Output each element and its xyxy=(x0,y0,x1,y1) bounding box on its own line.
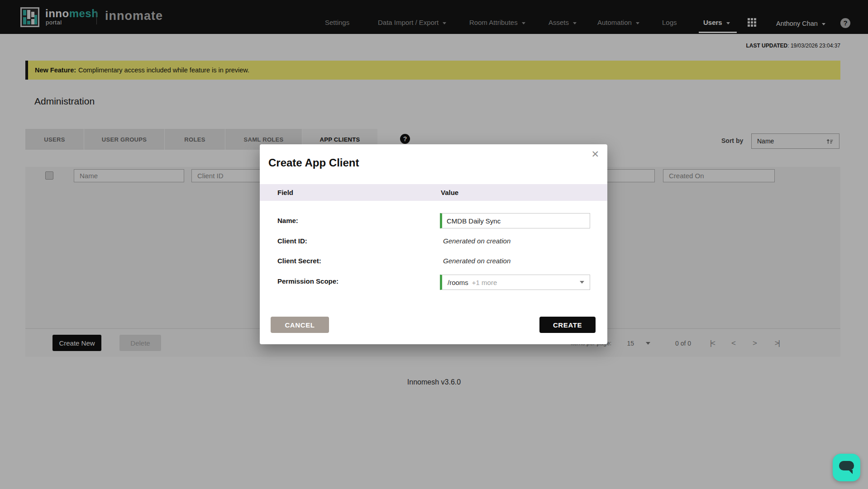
client-id-field-label: Client ID: xyxy=(277,237,307,245)
chat-bubble-tail xyxy=(849,470,853,474)
permission-scope-extra: +1 more xyxy=(472,279,580,286)
name-field-label: Name: xyxy=(277,217,298,224)
chat-launcher-button[interactable] xyxy=(833,454,860,481)
modal-columns-header xyxy=(260,184,607,201)
modal-title: Create App Client xyxy=(268,157,359,169)
create-app-client-modal: ✕ Create App Client Field Value Name: Cl… xyxy=(260,144,607,344)
client-secret-field-label: Client Secret: xyxy=(277,257,321,265)
column-value-label: Value xyxy=(441,189,458,196)
column-field-label: Field xyxy=(277,189,293,196)
permission-scope-field-label: Permission Scope: xyxy=(277,277,339,285)
screen: innomesh portal innomate Settings Data I… xyxy=(0,0,868,489)
close-icon[interactable]: ✕ xyxy=(591,149,599,160)
create-button[interactable]: CREATE xyxy=(539,317,596,333)
client-secret-value: Generated on creation xyxy=(443,257,510,265)
cancel-button[interactable]: CANCEL xyxy=(271,317,329,333)
client-id-value: Generated on creation xyxy=(443,237,510,245)
chat-bubble-icon xyxy=(839,461,854,470)
name-input[interactable] xyxy=(440,213,590,228)
permission-scope-select[interactable]: /rooms +1 more xyxy=(440,275,590,290)
chevron-down-icon xyxy=(580,281,584,284)
permission-scope-value: /rooms xyxy=(448,279,468,286)
